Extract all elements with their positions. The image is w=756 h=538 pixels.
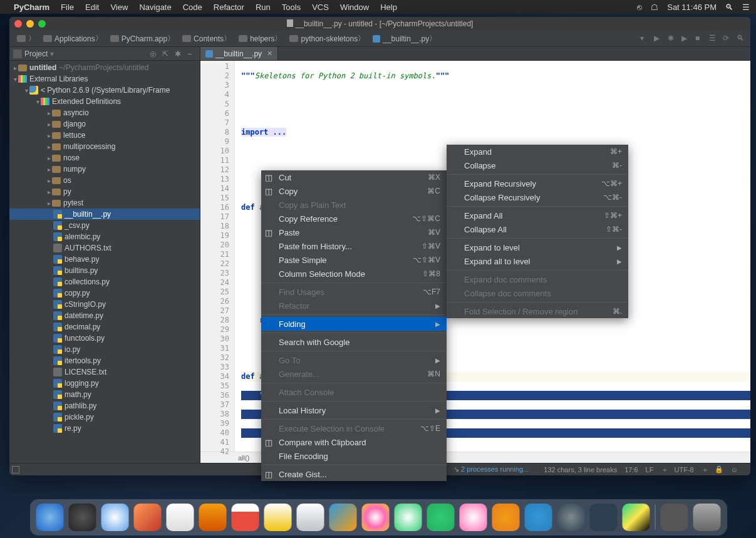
- tree-file[interactable]: datetime.py: [9, 310, 200, 321]
- menu-item[interactable]: Column Selection Mode⇧⌘8: [261, 267, 447, 281]
- menu-run[interactable]: Run: [256, 3, 271, 12]
- menu-item[interactable]: ◫Compare with Clipboard: [261, 435, 447, 449]
- dock-notes[interactable]: [264, 504, 291, 531]
- tree-folder[interactable]: ▸numpy: [9, 163, 200, 175]
- tree-file[interactable]: behave.py: [9, 254, 200, 265]
- dock-calendar[interactable]: [231, 504, 259, 531]
- tree-folder[interactable]: ▸lettuce: [9, 130, 200, 141]
- dock-pycharm[interactable]: [622, 504, 650, 531]
- menu-code[interactable]: Code: [183, 3, 202, 12]
- dock-maps[interactable]: [329, 504, 356, 531]
- dock-mail[interactable]: [166, 504, 194, 531]
- tree-file[interactable]: __builtin__.py: [9, 209, 200, 220]
- menu-item[interactable]: ◫Paste⌘V: [261, 225, 447, 239]
- menu-item[interactable]: Expand⌘+: [447, 145, 628, 158]
- dock-facetime[interactable]: [427, 504, 454, 531]
- menu-item[interactable]: Expand Recursively⌥⌘+: [447, 177, 628, 190]
- tree-file[interactable]: re.py: [9, 423, 200, 434]
- tree-file[interactable]: copy.py: [9, 287, 200, 299]
- menu-item[interactable]: ◫Cut⌘X: [261, 170, 447, 184]
- dock-terminal[interactable]: [589, 504, 617, 531]
- menu-item[interactable]: Expand all to level▶: [447, 254, 628, 268]
- menu-item[interactable]: Collapse All⇧⌘-: [447, 222, 628, 236]
- dock-trash[interactable]: [693, 504, 720, 531]
- menu-item[interactable]: Folding▶: [261, 317, 447, 331]
- menu-item[interactable]: Collapse doc comments: [447, 286, 628, 300]
- tree-extended-defs[interactable]: ▾ Extended Definitions: [9, 96, 200, 107]
- tree-folder[interactable]: ▸multiprocessing: [9, 141, 200, 152]
- dock-ibooks[interactable]: [492, 504, 519, 531]
- menu-edit[interactable]: Edit: [85, 3, 99, 12]
- traffic-zoom[interactable]: [38, 20, 46, 28]
- menu-item[interactable]: Copy as Plain Text: [261, 198, 447, 212]
- project-tree[interactable]: ▸ untitled~/PycharmProjects/untitled ▾ E…: [9, 61, 200, 463]
- menu-item[interactable]: Go To▶: [261, 353, 447, 367]
- scroll-from-source-icon[interactable]: ◎: [150, 49, 158, 58]
- menu-item[interactable]: Paste Simple⌥⇧⌘V: [261, 253, 447, 267]
- menu-item[interactable]: Expand doc comments: [447, 272, 628, 286]
- tree-folder[interactable]: ▸nose: [9, 152, 200, 163]
- dock-folder[interactable]: [660, 504, 688, 531]
- tree-folder[interactable]: ▸py: [9, 186, 200, 197]
- crumb-item[interactable]: helpers〉: [235, 33, 286, 44]
- crumb-item[interactable]: python-skeletons〉: [286, 33, 369, 44]
- tree-file[interactable]: collections.py: [9, 276, 200, 287]
- menu-item[interactable]: Expand to level▶: [447, 241, 628, 254]
- tree-folder[interactable]: ▸django: [9, 118, 200, 130]
- menu-item[interactable]: Expand All⇧⌘+: [447, 209, 628, 222]
- dock-launchpad[interactable]: [68, 504, 96, 531]
- tree-external-libs[interactable]: ▾ External Libraries: [9, 73, 200, 85]
- dock-reminders[interactable]: [296, 504, 324, 531]
- dock-itunes[interactable]: [459, 504, 487, 531]
- stop-icon[interactable]: ■: [695, 34, 705, 44]
- dock-photos[interactable]: [361, 504, 389, 531]
- run-config-dropdown[interactable]: ▾: [640, 34, 650, 44]
- crumb-item[interactable]: Contents〉: [179, 33, 235, 44]
- tree-project-root[interactable]: ▸ untitled~/PycharmProjects/untitled: [9, 62, 200, 73]
- tree-file[interactable]: LICENSE.txt: [9, 366, 200, 378]
- tree-python-sdk[interactable]: ▾ < Python 2.6.9 (/System/Library/Frame: [9, 85, 200, 96]
- traffic-minimize[interactable]: [26, 20, 34, 28]
- dock-messages[interactable]: [394, 504, 422, 531]
- menu-item[interactable]: Fold Selection / Remove region⌘.: [447, 304, 628, 318]
- status-icon-2[interactable]: ☖: [651, 3, 658, 12]
- dock-appstore[interactable]: [524, 504, 552, 531]
- dock-finder[interactable]: [36, 504, 63, 531]
- search-everywhere-icon[interactable]: 🔍︎: [737, 34, 747, 44]
- tree-folder[interactable]: ▸asyncio: [9, 107, 200, 118]
- menu-file[interactable]: File: [61, 3, 74, 12]
- tree-file[interactable]: logging.py: [9, 378, 200, 389]
- app-name[interactable]: PyCharm: [14, 3, 49, 12]
- dock-contacts[interactable]: [199, 504, 226, 531]
- clock[interactable]: Sat 11:46 PM: [667, 3, 717, 12]
- spotlight-icon[interactable]: 🔍︎: [725, 3, 733, 12]
- crumb-item[interactable]: PyCharm.app〉: [106, 33, 179, 44]
- tree-file[interactable]: _csv.py: [9, 220, 200, 231]
- traffic-close[interactable]: [14, 20, 22, 28]
- menu-item[interactable]: Copy Reference⌥⇧⌘C: [261, 212, 447, 225]
- dock-safari[interactable]: [101, 504, 128, 531]
- menu-item[interactable]: ◫Create Gist...: [261, 467, 447, 481]
- crumb-item[interactable]: Applications〉: [39, 33, 106, 44]
- menu-item[interactable]: Refactor▶: [261, 299, 447, 313]
- menu-tools[interactable]: Tools: [282, 3, 301, 12]
- status-left[interactable]: [9, 463, 22, 475]
- sync-icon[interactable]: ⟳: [723, 34, 733, 44]
- menu-item[interactable]: Collapse Recursively⌥⌘-: [447, 190, 628, 204]
- run-icon[interactable]: ▶: [654, 34, 664, 44]
- tree-file[interactable]: io.py: [9, 344, 200, 355]
- debug-icon[interactable]: ✱: [668, 34, 678, 44]
- dock-app[interactable]: [133, 504, 161, 531]
- tree-folder[interactable]: ▸os: [9, 175, 200, 186]
- menu-item[interactable]: ◫Copy⌘C: [261, 184, 447, 198]
- editor-gutter[interactable]: 1234567891011121314151617181920212223242…: [200, 61, 235, 452]
- layout-icon[interactable]: ☰: [709, 34, 719, 44]
- menu-window[interactable]: Window: [340, 3, 369, 12]
- menu-view[interactable]: View: [110, 3, 128, 12]
- menu-item[interactable]: Search with Google: [261, 335, 447, 349]
- tree-file[interactable]: AUTHORS.txt: [9, 242, 200, 254]
- tree-file[interactable]: pathlib.py: [9, 400, 200, 411]
- status-icon[interactable]: ⎋: [637, 3, 642, 12]
- settings-icon[interactable]: ✱: [175, 49, 184, 58]
- menu-item[interactable]: Attach Console: [261, 385, 447, 399]
